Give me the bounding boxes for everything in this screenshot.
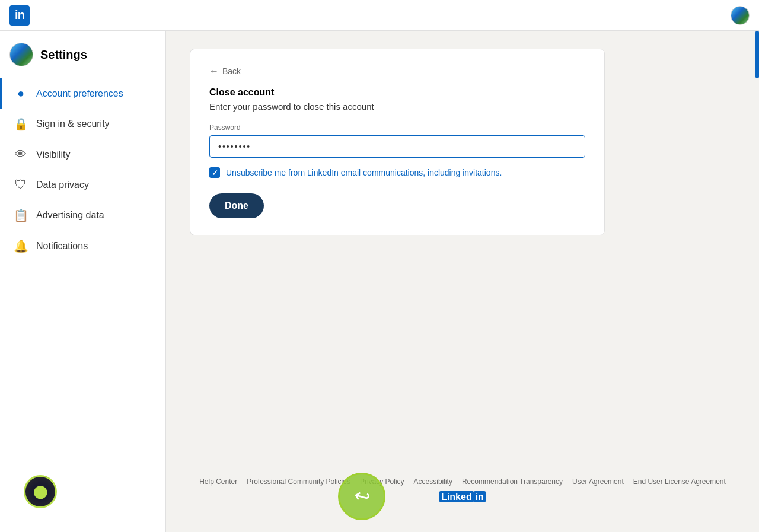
back-label: Back <box>222 66 241 76</box>
back-arrow-icon: ← <box>209 66 219 77</box>
document-icon: 📋 <box>14 208 28 222</box>
unsubscribe-label[interactable]: Unsubscribe me from LinkedIn email commu… <box>226 167 502 179</box>
done-button[interactable]: Done <box>209 193 264 218</box>
back-link[interactable]: ← Back <box>209 66 241 77</box>
checkbox-row: Unsubscribe me from LinkedIn email commu… <box>209 167 585 179</box>
sidebar-item-sign-in-security[interactable]: 🔒 Sign in & security <box>0 109 165 139</box>
sidebar-label-account-preferences: Account preferences <box>36 88 123 99</box>
top-navigation: in <box>0 0 759 31</box>
close-account-card: ← Back Close account Enter your password… <box>190 49 605 235</box>
bell-icon: 🔔 <box>14 239 28 253</box>
sidebar-label-data-privacy: Data privacy <box>36 180 89 190</box>
floating-action-button[interactable]: ⬤ <box>24 475 57 508</box>
sidebar-item-advertising-data[interactable]: 📋 Advertising data <box>0 200 165 231</box>
sidebar-label-visibility: Visibility <box>36 149 71 160</box>
lock-icon: 🔒 <box>14 117 28 131</box>
close-account-title: Close account <box>209 87 585 98</box>
sidebar-item-notifications[interactable]: 🔔 Notifications <box>0 231 165 262</box>
sidebar: Settings ● Account preferences 🔒 Sign in… <box>0 31 166 532</box>
shield-icon: 🛡 <box>14 178 28 192</box>
green-circle-overlay[interactable]: ↩ <box>338 473 385 520</box>
footer-link-recommendation-transparency[interactable]: Recommendation Transparency <box>462 477 563 486</box>
page-layout: Settings ● Account preferences 🔒 Sign in… <box>0 31 759 532</box>
person-icon: ● <box>14 87 28 100</box>
sidebar-item-data-privacy[interactable]: 🛡 Data privacy <box>0 170 165 200</box>
sidebar-label-sign-in-security: Sign in & security <box>36 119 110 129</box>
sidebar-item-visibility[interactable]: 👁 Visibility <box>0 139 165 170</box>
main-content: ← Back Close account Enter your password… <box>166 31 759 532</box>
footer-link-accessibility[interactable]: Accessibility <box>414 477 452 486</box>
sidebar-item-account-preferences[interactable]: ● Account preferences <box>0 78 165 109</box>
footer-links: Help Center Professional Community Polic… <box>166 477 759 486</box>
footer-link-help-center[interactable]: Help Center <box>199 477 237 486</box>
password-label: Password <box>209 123 585 132</box>
sidebar-label-advertising-data: Advertising data <box>36 210 104 221</box>
footer-link-community-policies[interactable]: Professional Community Policies <box>247 477 350 486</box>
password-input[interactable] <box>209 135 585 158</box>
close-account-subtitle: Enter your password to close this accoun… <box>209 101 585 112</box>
page-footer: Help Center Professional Community Polic… <box>166 454 759 514</box>
unsubscribe-checkbox[interactable] <box>209 167 220 178</box>
settings-title: Settings <box>40 48 87 62</box>
footer-link-user-agreement[interactable]: User Agreement <box>572 477 624 486</box>
cursor-icon: ↩ <box>351 483 372 509</box>
footer-logo-text-main: Linked <box>439 491 474 502</box>
linkedin-logo[interactable]: in <box>9 5 30 26</box>
sidebar-navigation: ● Account preferences 🔒 Sign in & securi… <box>0 78 165 262</box>
settings-header: Settings <box>0 43 165 78</box>
footer-logo: Linkedin <box>166 492 759 502</box>
floating-button-icon: ⬤ <box>33 484 48 499</box>
eye-icon: 👁 <box>14 148 28 161</box>
nav-avatar[interactable] <box>731 6 750 25</box>
footer-logo-accent: in <box>474 491 486 502</box>
settings-avatar <box>9 43 33 66</box>
footer-link-eula[interactable]: End User License Agreement <box>633 477 726 486</box>
sidebar-label-notifications: Notifications <box>36 241 88 251</box>
scrollbar-indicator[interactable] <box>755 31 759 78</box>
